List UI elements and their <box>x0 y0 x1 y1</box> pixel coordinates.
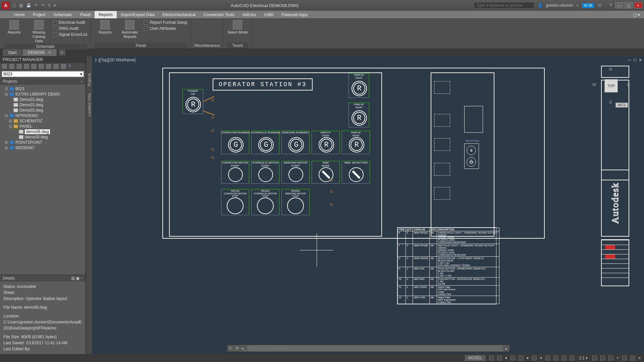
tree-node-demo02-dwg[interactable]: Demo02.dwg <box>0 102 86 108</box>
detail-saved: Last Saved: 2/13/2017 11:41:14 AM <box>3 340 82 346</box>
ribbon-reports-button[interactable]: Reports <box>94 20 116 35</box>
help-search-input[interactable] <box>474 2 534 9</box>
status-gear-icon[interactable] <box>592 356 597 360</box>
command-line[interactable]: ✕ ⚙ ▸_ ▴ <box>227 345 510 352</box>
tab-reports[interactable]: Reports <box>95 11 117 18</box>
qat-save-icon[interactable]: 💾 <box>26 3 31 8</box>
pm-tool-icon[interactable] <box>46 64 51 69</box>
doc-tab-start[interactable]: Start <box>3 49 22 56</box>
new-doc-tab[interactable]: + <box>59 50 65 56</box>
maximize-button[interactable]: ◻ <box>625 2 633 8</box>
pm-tool-icon[interactable] <box>9 64 14 69</box>
tab-featured-apps[interactable]: Featured Apps <box>277 11 312 18</box>
details-collapse-icon[interactable]: ▥ ▣ – <box>71 276 83 281</box>
status-grid-icon[interactable] <box>489 356 494 360</box>
pm-tool-icon[interactable] <box>54 64 58 69</box>
tree-node-schematic[interactable]: ⊞SCHEMATIC <box>0 118 86 124</box>
tab-import-export-data[interactable]: Import/Export Data <box>117 11 159 18</box>
exchange-icon[interactable]: 🛒 <box>597 3 602 8</box>
viewport-max-icon[interactable]: ◻ <box>633 58 637 62</box>
tab-a360[interactable]: A360 <box>260 11 277 18</box>
ribbon-user-attributes-button[interactable]: User Attributes <box>144 26 187 31</box>
drawing-canvas[interactable]: [–][Top][2D Wireframe] — ◻ ✕ OPERATOR ST… <box>93 56 644 354</box>
pm-tool-icon[interactable] <box>39 64 44 69</box>
cmd-config-icon[interactable]: ⚙ <box>234 346 240 351</box>
qat-new-icon[interactable]: ▢ <box>12 3 16 8</box>
model-tab[interactable]: MODEL <box>465 355 486 361</box>
tree-node-nfpademo[interactable]: ⊟NFPADEMO <box>0 113 86 118</box>
status-scale[interactable]: 1:1 ▾ <box>578 356 589 360</box>
side-tab-projects[interactable]: Projects <box>87 70 91 90</box>
tab-conversion-tools[interactable]: Conversion Tools <box>200 11 238 18</box>
pm-tool-icon[interactable] <box>17 64 21 69</box>
status-otrack-icon[interactable] <box>553 356 558 360</box>
wcs-label[interactable]: WCS <box>615 103 628 108</box>
tree-node-demo09-dwg[interactable]: demo09.dwg <box>0 134 86 140</box>
signin-icon[interactable]: 👤 <box>538 3 543 8</box>
tree-node-9023[interactable]: ⊟9023 <box>0 86 86 92</box>
details-header: Details <box>3 276 15 281</box>
side-tab-location[interactable]: Location View <box>87 90 91 119</box>
status-ortho-icon[interactable] <box>511 356 515 360</box>
tab-add-ins[interactable]: Add-ins <box>238 11 260 18</box>
close-button[interactable]: ✕ <box>634 2 642 8</box>
ribbon-signal-error-list-button[interactable]: Signal Error/List <box>53 32 87 37</box>
status-clean-icon[interactable] <box>622 356 627 360</box>
tree-node-demo08-dwg[interactable]: demo08.dwg <box>0 129 86 134</box>
ribbon-missing-catalog-data-button[interactable]: Missing Catalog Data <box>28 20 50 44</box>
tree-node-demo03-dwg[interactable]: Demo03.dwg <box>0 108 86 113</box>
tab-panel[interactable]: Panel <box>76 11 95 18</box>
minimize-button[interactable]: — <box>615 2 623 8</box>
pm-project-select[interactable]: 9023 ▾ <box>2 71 84 77</box>
ribbon-collapse-icon[interactable]: ▢ ▾ <box>629 11 644 18</box>
tree-node-point2point[interactable]: ⊞POINT2POINT <box>0 140 86 145</box>
ribbon-automatic-reports-button[interactable]: Automatic Reports <box>119 20 141 39</box>
tree-node-wddemo[interactable]: ⊞WDDEMO <box>0 145 86 150</box>
tab-project[interactable]: Project <box>29 11 49 18</box>
view-label[interactable]: [–][Top][2D Wireframe] <box>95 58 136 62</box>
ribbon-report-format-setup-button[interactable]: Report Format Setup <box>144 20 187 25</box>
user-name[interactable]: greston.dunivin <box>546 3 573 8</box>
tab-electromechanical[interactable]: Electromechanical <box>159 11 200 18</box>
app-logo[interactable]: A <box>2 2 9 9</box>
status-iso-icon[interactable] <box>532 356 537 360</box>
status-cust-icon[interactable] <box>630 356 635 360</box>
command-input[interactable] <box>247 345 503 352</box>
viewcube[interactable]: N S E W TOP <box>591 66 631 106</box>
tree-node-panel[interactable]: ⊟PANEL <box>0 124 86 129</box>
status-osnap-icon[interactable] <box>545 356 550 360</box>
pm-tool-icon[interactable] <box>24 64 29 69</box>
cmd-close-icon[interactable]: ✕ <box>227 346 234 351</box>
pm-toolbar: ? <box>0 63 86 70</box>
help-icon[interactable]: ? <box>609 3 612 8</box>
status-polar-icon[interactable] <box>519 356 523 360</box>
ribbon-select-mode-button[interactable]: Select Mode <box>227 20 248 35</box>
cmd-history-icon[interactable]: ▴ <box>503 346 509 351</box>
qat-redo-icon[interactable]: ↷ <box>41 3 45 8</box>
status-ws-icon[interactable] <box>608 356 613 360</box>
pm-tool-icon[interactable] <box>61 64 66 69</box>
status-snap-icon[interactable] <box>497 356 502 360</box>
tab-home[interactable]: Home <box>10 11 29 18</box>
ribbon-electrical-audit-button[interactable]: Electrical Audit <box>53 20 87 25</box>
tree-node-extra-library-demo[interactable]: ⊞EXTRA LIBRARY DEMO <box>0 92 86 97</box>
viewport-min-icon[interactable]: — <box>627 58 631 62</box>
qat-print-icon[interactable]: ⎙ <box>48 3 50 8</box>
viewport-close-icon[interactable]: ✕ <box>639 58 642 62</box>
qat-open-icon[interactable]: ▤ <box>19 3 23 8</box>
status-trans-icon[interactable] <box>570 356 574 360</box>
qat-undo-icon[interactable]: ↶ <box>35 3 38 8</box>
qat-dropdown-icon[interactable]: ▾ <box>54 3 56 8</box>
doc-tab-demo08[interactable]: DEMO08✕ <box>22 49 56 56</box>
ribbon-reports-button[interactable]: Reports <box>3 20 25 35</box>
pm-tool-icon[interactable] <box>2 64 7 69</box>
ribbon-dwg-audit-button[interactable]: DWG Audit <box>53 26 87 31</box>
detail-sheet: Sheet: <box>3 290 82 296</box>
status-anno-icon[interactable] <box>600 356 605 360</box>
tree-node-demo01-dwg[interactable]: Demo01.dwg <box>0 97 86 102</box>
pm-tool-icon[interactable] <box>32 64 36 69</box>
status-lwt-icon[interactable] <box>561 356 566 360</box>
pm-help-icon[interactable]: ? <box>68 64 73 69</box>
tab-schematic[interactable]: Schematic <box>49 11 76 18</box>
notification-badge[interactable]: ✉ 16 <box>582 3 594 8</box>
